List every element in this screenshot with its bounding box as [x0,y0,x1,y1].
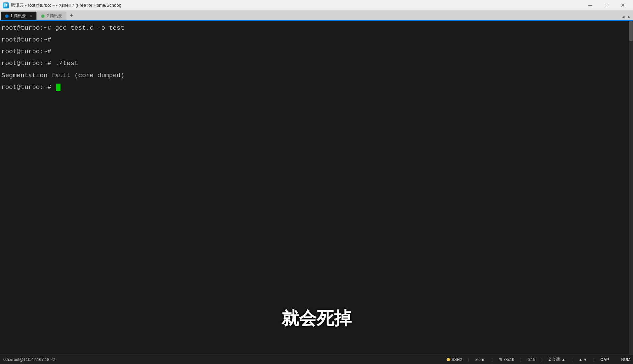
terminal-line-2: root@turbo:~# [1,34,632,46]
tab-bar: 1 腾讯云 ✕ 2 腾讯云 + ◀ ▶ [0,11,633,21]
protocol-dot-icon [447,358,450,361]
tab-scroll-controls: ◀ ▶ [621,14,633,20]
prompt-4: root@turbo:~# [1,58,55,69]
arrow-down[interactable]: ▼ [583,357,587,362]
terminal-cursor [56,84,60,91]
terminal-line-6: root@turbo:~# [1,82,632,93]
status-bar: ssh://root@110.42.167.18:22 SSH2 | xterm… [0,355,633,364]
tab-1-close[interactable]: ✕ [29,14,32,18]
prompt-1: root@turbo:~# [1,22,55,34]
command-4: ./test [55,58,78,69]
command-1: gcc test.c -o test [55,22,124,34]
sessions-label: 2 会话 [548,357,560,362]
maximize-button[interactable]: □ [599,0,614,11]
status-sessions: 2 会话 ▲ [548,357,565,362]
status-left: ssh://root@110.42.167.18:22 [3,357,447,362]
status-term: xterm [475,357,485,362]
terminal-line-1: root@turbo:~# gcc test.c -o test [1,22,632,34]
arrow-up[interactable]: ▲ [578,357,582,362]
window-controls: ─ □ ✕ [582,0,630,11]
term-label: xterm [475,357,485,362]
status-size: ⊞ 78x19 [499,357,514,362]
prompt-2: root@turbo:~# [1,34,55,46]
tab-2[interactable]: 2 腾讯云 [37,11,66,20]
size-label: 78x19 [503,357,514,362]
tab-2-label: 2 腾讯云 [47,13,62,19]
app-icon: 腾 [3,2,9,8]
sessions-arrows: ▲ [561,357,565,362]
scrollbar[interactable] [629,21,633,355]
terminal-area[interactable]: root@turbo:~# gcc test.c -o test root@tu… [0,21,633,355]
tab-1-label: 1 腾讯云 [10,13,26,19]
minimize-button[interactable]: ─ [582,0,598,11]
error-output: Segmentation fault (core dumped) [1,70,124,82]
status-position: 6,15 [528,357,535,362]
prompt-3: root@turbo:~# [1,46,55,58]
subtitle-overlay: 就会死掉 [281,302,352,334]
tab-dot-icon [5,14,8,18]
status-protocol: SSH2 [447,357,462,362]
close-button[interactable]: ✕ [615,0,630,11]
terminal-line-4: root@turbo:~# ./test [1,58,632,69]
protocol-label: SSH2 [451,357,462,362]
nav-arrows: ▲ ▼ [578,357,587,362]
tab-scroll-left-button[interactable]: ◀ [621,14,626,20]
tab-scroll-right-button[interactable]: ▶ [627,14,632,20]
position-label: 6,15 [528,357,535,362]
cap-indicator: CAP [600,357,609,362]
terminal-line-3: root@turbo:~# [1,46,632,58]
num-indicator: NUM [621,357,630,362]
status-right: SSH2 | xterm | ⊞ 78x19 | 6,15 | 2 会话 ▲ |… [447,357,630,362]
scrollbar-thumb[interactable] [629,21,633,41]
ssh-address: ssh://root@110.42.167.18:22 [3,357,55,362]
window-title: 腾讯云 - root@turbo: ~ - Xshell 7 (Free for… [11,2,582,8]
terminal-line-5: Segmentation fault (core dumped) [1,70,632,82]
title-bar: 腾 腾讯云 - root@turbo: ~ - Xshell 7 (Free f… [0,0,633,11]
size-icon: ⊞ [499,357,502,362]
add-tab-button[interactable]: + [67,11,76,20]
tab-1[interactable]: 1 腾讯云 ✕ [1,11,37,20]
prompt-6: root@turbo:~# [1,82,55,93]
tab-2-dot-icon [41,14,44,18]
